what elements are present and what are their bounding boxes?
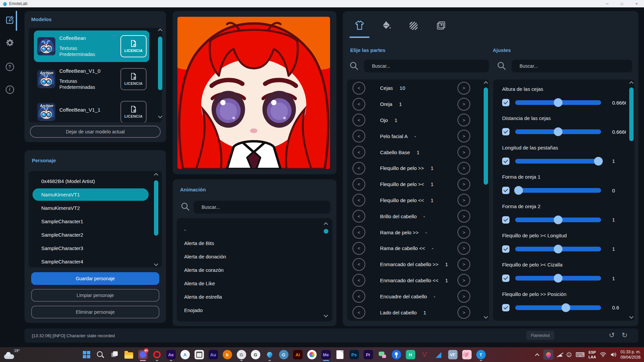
part-prev-button[interactable]: < — [353, 306, 365, 319]
part-next-button[interactable]: > — [458, 290, 470, 303]
tab-paint[interactable] — [379, 18, 394, 33]
animation-list-item[interactable]: - — [184, 223, 332, 236]
settings-scroll-thumb[interactable] — [629, 87, 634, 141]
part-next-button[interactable]: > — [458, 178, 470, 191]
slider-value[interactable]: 0.6666666 — [608, 125, 626, 138]
character-list-item[interactable]: NamuKimeraVT2 — [33, 202, 149, 214]
taskbar-app-button[interactable]: Ae — [164, 348, 177, 361]
tab-clothing[interactable] — [352, 18, 367, 33]
part-prev-button[interactable]: < — [353, 274, 365, 287]
slider-thumb[interactable] — [554, 274, 562, 283]
slider-checkbox[interactable] — [502, 304, 509, 311]
animation-scroll-thumb[interactable] — [324, 229, 328, 234]
slider-track[interactable] — [515, 188, 601, 193]
slider-checkbox[interactable] — [502, 216, 509, 224]
help-button[interactable]: ? — [3, 60, 17, 74]
part-prev-button[interactable]: < — [353, 82, 365, 95]
close-button[interactable]: × — [629, 0, 644, 7]
parts-search-input[interactable] — [364, 60, 489, 72]
slider-thumb[interactable] — [554, 127, 562, 136]
slider-value[interactable]: 0.6 — [608, 301, 626, 314]
model-list-item[interactable]: Archive CoffeeBean_V1_0 Texturas Predete… — [34, 63, 149, 95]
taskbar-app-button[interactable]: Ai — [291, 348, 304, 361]
license-button[interactable]: LICENCIA — [120, 68, 147, 90]
part-next-button[interactable]: > — [458, 98, 470, 111]
stop-using-model-button[interactable]: Dejar de usar modelo actual — [30, 126, 161, 138]
taskbar-app-button[interactable]: ◢ — [432, 348, 445, 361]
tab-frames[interactable] — [434, 18, 448, 33]
license-button[interactable]: LICENCIA — [120, 35, 147, 57]
parts-scrollbar[interactable] — [484, 79, 488, 321]
part-prev-button[interactable]: < — [353, 146, 365, 159]
delete-character-button[interactable]: Eliminar personaje — [31, 306, 159, 318]
slider-value[interactable]: 1 — [608, 214, 626, 226]
slider-thumb[interactable] — [554, 245, 562, 253]
slider-track[interactable] — [515, 100, 601, 105]
clear-character-button[interactable]: Limpiar personaje — [31, 289, 159, 302]
scroll-up-icon[interactable] — [158, 28, 163, 32]
slider-value[interactable]: 0 — [608, 184, 626, 197]
settings-scrollbar[interactable] — [629, 79, 634, 321]
taskbar-app-button[interactable] — [263, 348, 276, 361]
taskbar-app-button[interactable] — [460, 348, 473, 361]
flameshot-button[interactable]: Flameshot — [526, 331, 554, 340]
scroll-up-icon[interactable] — [154, 173, 159, 176]
models-scroll-thumb[interactable] — [158, 37, 162, 90]
animation-list-item[interactable]: Alerta de Like — [184, 277, 332, 290]
taskbar-app-button[interactable]: H — [404, 348, 417, 361]
slider-track[interactable] — [515, 129, 601, 134]
slider-value[interactable]: 0.6666666 — [608, 96, 626, 109]
language-indicator[interactable]: ESP LAA — [588, 350, 596, 360]
part-prev-button[interactable]: < — [353, 178, 365, 191]
clock[interactable]: 01:33 p. m. 09/04/2026 — [621, 349, 641, 360]
taskbar-app-button[interactable]: A — [178, 348, 192, 361]
tab-texture[interactable] — [406, 18, 421, 33]
slider-checkbox[interactable] — [502, 158, 509, 165]
wifi-icon[interactable] — [600, 352, 606, 357]
part-prev-button[interactable]: < — [353, 242, 365, 255]
slider-thumb[interactable] — [554, 98, 562, 107]
part-next-button[interactable]: > — [458, 258, 470, 271]
character-list-item[interactable]: SampleCharacter4 — [33, 255, 149, 267]
slider-value[interactable]: 1 — [608, 243, 626, 255]
slider-track[interactable] — [515, 247, 601, 251]
taskbar-app-button[interactable]: V — [418, 348, 431, 361]
taskbar-app-button[interactable]: G — [249, 348, 262, 361]
redo-button[interactable]: ↻ — [620, 330, 630, 340]
taskbar-app-button[interactable] — [108, 348, 121, 361]
touch-keyboard-icon[interactable]: ⌨ — [576, 351, 585, 358]
part-prev-button[interactable]: < — [353, 162, 365, 175]
part-next-button[interactable]: > — [458, 226, 470, 239]
volume-icon[interactable] — [610, 352, 617, 358]
character-list-item[interactable]: SampleCharacter3 — [33, 242, 149, 254]
slider-track[interactable] — [515, 218, 601, 222]
part-next-button[interactable]: > — [458, 130, 470, 142]
scroll-down-icon[interactable] — [154, 263, 159, 266]
character-list-item[interactable]: SampleCharacter2 — [33, 229, 149, 241]
settings-search-input[interactable] — [512, 60, 632, 72]
model-list-item[interactable]: Archive CoffeeBean_V1_1 — [34, 96, 149, 122]
slider-thumb[interactable] — [561, 303, 570, 312]
info-button[interactable]: i — [3, 82, 17, 97]
minimize-button[interactable]: ─ — [600, 0, 614, 7]
model-list-item[interactable]: CoffeeBean Texturas Predeterminadas LICE… — [34, 31, 149, 62]
taskbar-app-button[interactable] — [122, 348, 135, 361]
edit-tab-button[interactable] — [3, 13, 17, 27]
taskbar-app-button[interactable]: b — [221, 348, 234, 361]
slider-checkbox[interactable] — [502, 99, 509, 106]
people-icon[interactable]: ☺ — [566, 352, 572, 358]
scroll-up-icon[interactable] — [324, 222, 328, 226]
part-prev-button[interactable]: < — [353, 98, 365, 111]
scroll-up-icon[interactable] — [484, 81, 488, 84]
part-prev-button[interactable]: < — [353, 226, 365, 239]
character-list-item[interactable]: SampleCharacter1 — [33, 215, 149, 228]
animation-list-item[interactable]: Enojado — [184, 303, 332, 317]
part-next-button[interactable]: > — [458, 114, 470, 126]
part-prev-button[interactable]: < — [353, 258, 365, 271]
animation-list-item[interactable]: Alerta de corazón — [184, 263, 332, 277]
taskbar-app-button[interactable] — [376, 348, 389, 361]
animation-list-item[interactable]: Alerta de estrella — [184, 290, 332, 303]
slider-track[interactable] — [515, 305, 601, 310]
slider-thumb[interactable] — [594, 157, 603, 166]
animation-search-input[interactable] — [194, 201, 330, 214]
